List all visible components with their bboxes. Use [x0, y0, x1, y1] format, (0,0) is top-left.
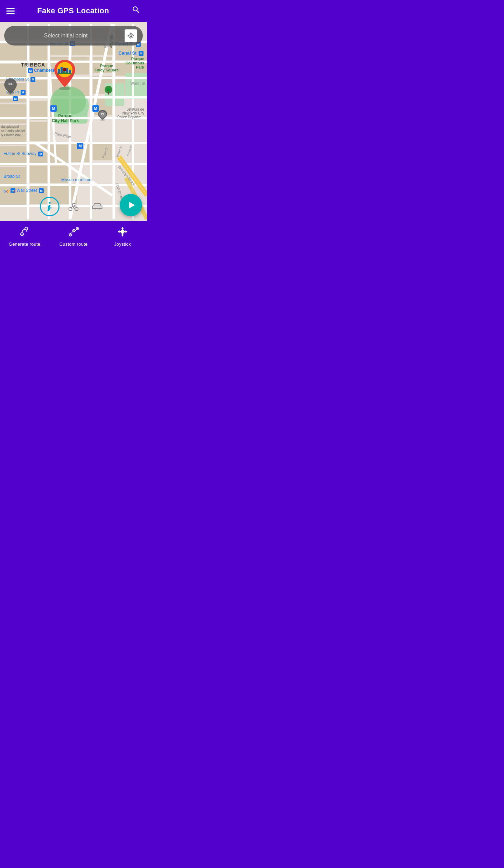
svg-rect-31	[30, 166, 47, 183]
svg-point-97	[77, 228, 78, 229]
svg-marker-88	[129, 202, 135, 209]
svg-point-91	[25, 227, 28, 230]
joystick-nav[interactable]: Joystick	[98, 226, 147, 247]
svg-rect-102	[121, 230, 124, 233]
svg-rect-104	[124, 231, 126, 232]
svg-text:🌲: 🌲	[106, 87, 111, 92]
svg-point-90	[22, 234, 23, 235]
episcopal-label: sia episcopal	[1, 125, 19, 128]
custom-route-label: Custom route	[59, 241, 88, 247]
svg-point-71	[59, 87, 70, 90]
church-wall-label: ty Church Wall...	[1, 133, 24, 137]
search-bar[interactable]: Select initial point	[4, 26, 143, 46]
svg-rect-25	[0, 146, 26, 166]
svg-rect-24	[30, 122, 47, 141]
svg-point-95	[74, 230, 74, 231]
svg-rect-20	[30, 101, 47, 120]
svg-point-63	[130, 35, 132, 37]
app-title: Fake GPS Location	[37, 6, 109, 15]
bottom-navigation: Generate route Custom route	[0, 221, 147, 252]
main-location-pin	[52, 58, 77, 90]
svg-rect-32	[49, 166, 68, 183]
google-logo: Google	[4, 189, 15, 193]
park-tree-icon: 🌲	[104, 85, 113, 97]
joystick-icon	[117, 226, 128, 239]
generate-route-icon	[19, 226, 30, 239]
search-button[interactable]	[132, 5, 141, 17]
svg-text:✏: ✏	[8, 81, 13, 87]
svg-rect-26	[30, 145, 47, 164]
car-mode-button[interactable]	[88, 197, 107, 216]
svg-point-87	[75, 203, 76, 204]
custom-route-nav[interactable]: Custom route	[49, 226, 98, 247]
svg-rect-105	[122, 228, 123, 230]
svg-point-93	[70, 234, 71, 235]
generate-route-nav[interactable]: Generate route	[0, 226, 49, 247]
edit-pin: ✏	[3, 77, 18, 97]
map-area[interactable]: Select initial point Franklin St M 6th A…	[0, 22, 147, 221]
svg-rect-8	[30, 62, 47, 78]
transport-mode-bar	[40, 197, 107, 216]
walk-mode-button[interactable]	[40, 197, 59, 216]
generate-route-label: Generate route	[9, 241, 40, 247]
svg-rect-41	[125, 73, 147, 99]
map-metro-badge-left: M	[50, 105, 57, 112]
current-location-button[interactable]	[125, 29, 137, 42]
svg-rect-103	[119, 231, 121, 232]
svg-point-84	[49, 202, 50, 204]
custom-route-icon	[68, 226, 79, 239]
play-button[interactable]	[120, 194, 142, 216]
search-placeholder: Select initial point	[10, 33, 122, 39]
bike-mode-button[interactable]	[64, 197, 83, 216]
joystick-label: Joystick	[114, 241, 131, 247]
svg-rect-106	[122, 233, 123, 235]
svg-text:🛡: 🛡	[101, 113, 104, 116]
metro-badge-center: M	[76, 142, 83, 149]
st-pauls-label: St. Paul's Chapel	[1, 129, 25, 133]
app-header: Fake GPS Location	[0, 0, 147, 22]
svg-point-68	[129, 34, 133, 38]
svg-rect-30	[0, 167, 26, 185]
svg-rect-19	[0, 104, 26, 124]
svg-point-86	[75, 208, 78, 211]
svg-point-78	[63, 68, 66, 71]
menu-button[interactable]	[6, 8, 15, 14]
police-pin: 🛡	[97, 109, 108, 122]
svg-rect-82	[108, 92, 109, 94]
